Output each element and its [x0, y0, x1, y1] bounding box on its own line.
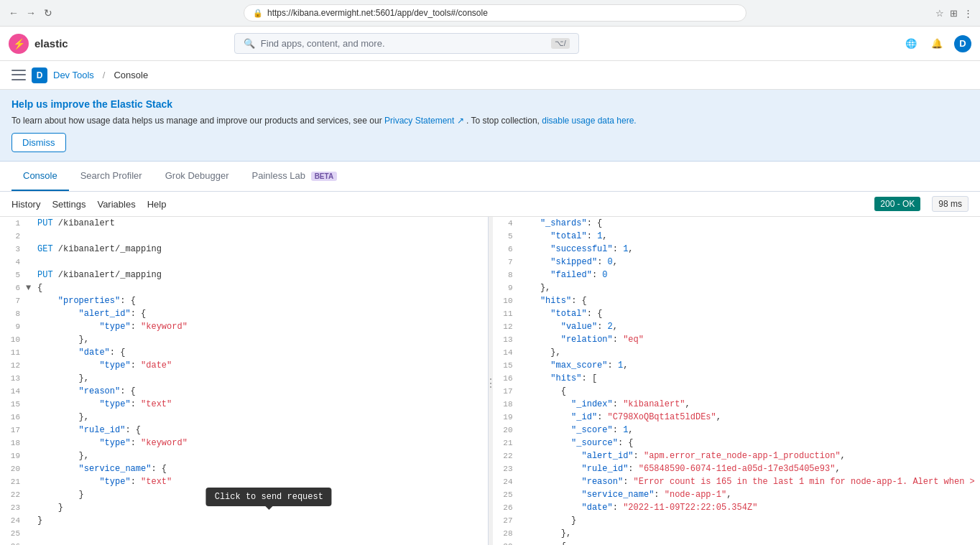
- help-banner: Help us improve the Elastic Stack To lea…: [0, 90, 980, 162]
- kibana-header: ⚡ elastic 🔍 Find apps, content, and more…: [0, 27, 980, 61]
- bell-icon[interactable]: 🔔: [928, 35, 946, 52]
- header-actions: 🌐 🔔 D: [902, 35, 971, 52]
- code-line: 20 "service_name": {: [0, 462, 488, 475]
- browser-nav: ← → ↻: [7, 6, 55, 19]
- global-search-bar[interactable]: 🔍 Find apps, content, and more. ⌥/: [234, 33, 579, 54]
- code-line: 16 "hits": [: [493, 372, 981, 385]
- status-badge: 200 - OK: [874, 197, 920, 211]
- history-item[interactable]: History: [11, 199, 40, 210]
- sub-toolbar: History Settings Variables Help 200 - OK…: [0, 192, 980, 217]
- code-line: 26: [0, 540, 488, 545]
- code-line: 12 "value": 2,: [493, 320, 981, 333]
- back-button[interactable]: ←: [7, 6, 20, 19]
- breadcrumb-console: Console: [114, 70, 148, 80]
- privacy-link[interactable]: Privacy Statement ↗: [384, 116, 464, 126]
- shortcut-badge: ⌥/: [551, 38, 570, 49]
- code-line: 27 }: [493, 514, 981, 527]
- code-line: 10 },: [0, 333, 488, 346]
- help-item[interactable]: Help: [147, 199, 167, 210]
- extensions-icon[interactable]: ⊞: [950, 8, 958, 19]
- globe-icon[interactable]: 🌐: [902, 35, 920, 52]
- address-bar[interactable]: 🔒 https://kibana.evermight.net:5601/app/…: [244, 4, 746, 22]
- tab-grok-debugger[interactable]: Grok Debugger: [154, 162, 241, 191]
- code-line: 18 "_index": "kibanalert",: [493, 398, 981, 411]
- tab-console[interactable]: Console: [11, 162, 69, 191]
- code-line: 23 "rule_id": "65848590-6074-11ed-a05d-1…: [493, 462, 981, 475]
- search-placeholder: Find apps, content, and more.: [261, 38, 385, 49]
- code-line: 8 "failed": 0: [493, 269, 981, 281]
- code-line: 19 "_id": "C798XoQBqt1at5ldDEs",: [493, 411, 981, 424]
- code-line: 13 "relation": "eq": [493, 333, 981, 346]
- code-line: 20 "_score": 1,: [493, 424, 981, 437]
- tooltip: Click to send request: [206, 488, 332, 506]
- app-header: D Dev Tools / Console: [0, 61, 980, 90]
- code-line: 3 GET /kibanalert/_mapping: [0, 243, 488, 256]
- code-line: 12 "type": "date": [0, 359, 488, 372]
- search-icon: 🔍: [244, 38, 255, 49]
- code-line: 24 }: [0, 514, 488, 527]
- code-line: 6▼{: [0, 281, 488, 294]
- code-line: 9 "type": "keyword": [0, 320, 488, 333]
- code-line: 15 "max_score": 1,: [493, 359, 981, 372]
- code-line: 24 "reason": "Error count is 165 in the …: [493, 475, 981, 488]
- code-line: 10 "hits": {: [493, 294, 981, 307]
- right-editor-panel: 4 "_shards": { 5 "total": 1, 6 "successf…: [493, 217, 981, 545]
- dismiss-button[interactable]: Dismiss: [11, 133, 66, 152]
- code-line: 21 "_source": {: [493, 437, 981, 449]
- code-line: 25 "service_name": "node-app-1",: [493, 488, 981, 501]
- banner-description: To learn about how usage data helps us m…: [11, 114, 969, 127]
- code-line: 21 "type": "text": [0, 475, 488, 488]
- time-badge: 98 ms: [932, 196, 969, 212]
- code-line: 7 "properties": {: [0, 294, 488, 307]
- code-line: 2: [0, 230, 488, 243]
- banner-title: Help us improve the Elastic Stack: [11, 98, 969, 110]
- disable-link[interactable]: disable usage data here.: [542, 116, 636, 126]
- code-line: 29 {: [493, 540, 981, 545]
- forward-button[interactable]: →: [24, 6, 37, 19]
- code-line: 6 "successful": 1,: [493, 243, 981, 256]
- code-line: 16 },: [0, 411, 488, 424]
- code-line: 25: [0, 527, 488, 540]
- star-icon[interactable]: ☆: [935, 8, 944, 19]
- code-line: 4 "_shards": {: [493, 217, 981, 230]
- editor-content-right: 4 "_shards": { 5 "total": 1, 6 "successf…: [493, 217, 981, 545]
- dev-tools-tabs: Console Search Profiler Grok Debugger Pa…: [0, 162, 980, 192]
- variables-item[interactable]: Variables: [97, 199, 135, 210]
- code-line: 22 "alert_id": "apm.error_rate_node-app-…: [493, 449, 981, 462]
- elastic-logo[interactable]: ⚡ elastic: [9, 34, 68, 54]
- code-line: 5 "total": 1,: [493, 230, 981, 243]
- refresh-button[interactable]: ↻: [42, 6, 55, 19]
- hamburger-menu[interactable]: [11, 68, 26, 83]
- code-line: 1 PUT /kibanalert: [0, 217, 488, 230]
- tab-search-profiler[interactable]: Search Profiler: [69, 162, 154, 191]
- browser-chrome: ← → ↻ 🔒 https://kibana.evermight.net:560…: [0, 0, 980, 27]
- elastic-logo-text: elastic: [34, 37, 68, 50]
- breadcrumb-separator: /: [103, 70, 106, 80]
- settings-item[interactable]: Settings: [52, 199, 85, 210]
- left-editor-panel[interactable]: 1 PUT /kibanalert 2 3 GET /kibanalert/_m…: [0, 217, 489, 545]
- editor-area: 1 PUT /kibanalert 2 3 GET /kibanalert/_m…: [0, 217, 980, 545]
- tab-painless-lab[interactable]: Painless Lab BETA: [241, 162, 349, 191]
- user-avatar[interactable]: D: [954, 35, 971, 52]
- code-line: 17 {: [493, 385, 981, 398]
- code-line: 18 "type": "keyword": [0, 437, 488, 449]
- app-icon-badge: D: [32, 67, 47, 83]
- code-line: 5 PUT /kibanalert/_mapping: [0, 269, 488, 281]
- menu-icon[interactable]: ⋮: [963, 8, 973, 19]
- browser-actions: ☆ ⊞ ⋮: [935, 8, 973, 19]
- code-line: 11 "date": {: [0, 346, 488, 359]
- code-line: 14 },: [493, 346, 981, 359]
- code-line: 19 },: [0, 449, 488, 462]
- url-display: https://kibana.evermight.net:5601/app/de…: [267, 8, 737, 18]
- elastic-logo-icon: ⚡: [9, 34, 29, 54]
- code-line: 7 "skipped": 0,: [493, 256, 981, 269]
- editor-content-left[interactable]: 1 PUT /kibanalert 2 3 GET /kibanalert/_m…: [0, 217, 488, 545]
- code-line: 26 "date": "2022-11-09T22:22:05.354Z": [493, 501, 981, 514]
- breadcrumb-dev-tools[interactable]: Dev Tools: [53, 70, 94, 80]
- code-line: 11 "total": {: [493, 307, 981, 320]
- code-line: 13 },: [0, 372, 488, 385]
- code-line: 15 "type": "text": [0, 398, 488, 411]
- code-line: 17 "rule_id": {: [0, 424, 488, 437]
- code-line: 14 "reason": {: [0, 385, 488, 398]
- code-line: 9 },: [493, 281, 981, 294]
